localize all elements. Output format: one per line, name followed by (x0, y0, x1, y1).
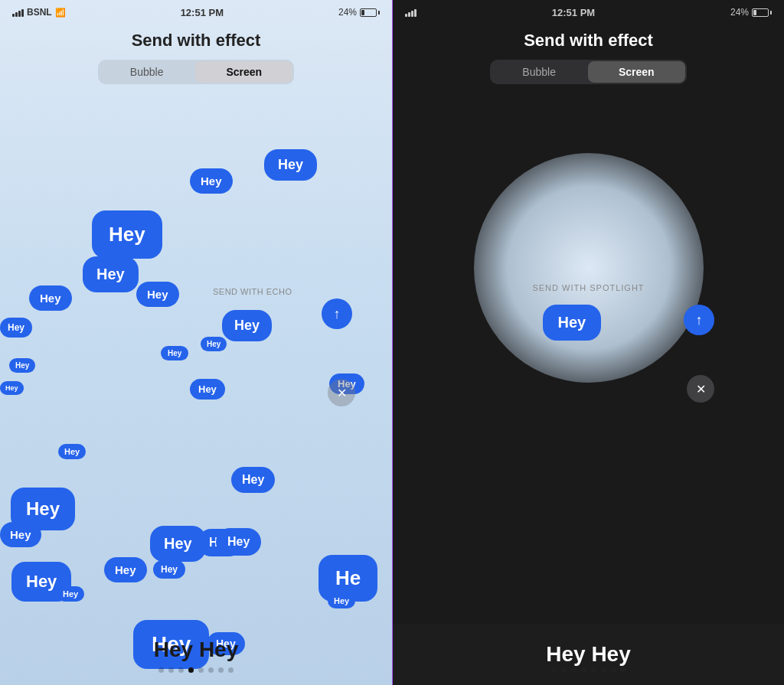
left-hey-hey-area: Hey Hey (0, 638, 392, 662)
bubble-hey-10: Hey (161, 346, 188, 360)
right-status-left (405, 8, 416, 17)
left-page-dots (0, 667, 392, 673)
right-status-right: 24% (730, 7, 772, 18)
bubble-hey-25: Hey (57, 586, 84, 602)
left-battery-pct: 24% (338, 7, 357, 18)
right-preview-area: Hey Hey (393, 624, 784, 685)
right-title: Send with effect (393, 24, 784, 60)
right-signal-icon (405, 8, 416, 17)
bubble-hey-23: Hey (104, 557, 147, 582)
bubble-hey-14: Hey (0, 381, 24, 395)
dot-3[interactable] (178, 667, 184, 673)
right-effect-label: SEND WITH SPOTLIGHT (532, 283, 644, 292)
spotlight-bubble-area: Hey (543, 305, 602, 341)
bubble-hey-6: Hey (136, 282, 179, 307)
right-status-bar: 12:51 PM 24% (393, 0, 784, 24)
bubble-hey-5: Hey (29, 285, 72, 311)
bubble-hey-8: Hey (0, 318, 32, 338)
right-battery-pct: 24% (730, 7, 749, 18)
left-tabs-container: Bubble Screen (0, 60, 392, 84)
left-tab-bubble[interactable]: Bubble (100, 61, 194, 83)
left-tabs: Bubble Screen (98, 60, 294, 84)
left-status-bar: BSNL 📶 12:51 PM 24% (0, 0, 392, 24)
dot-4[interactable] (188, 667, 194, 673)
right-tabs-container: Bubble Screen (393, 60, 784, 84)
right-tab-bubble[interactable]: Bubble (492, 61, 586, 83)
right-send-button[interactable] (684, 305, 714, 335)
right-close-button[interactable]: ✕ (687, 375, 714, 403)
bubble-hey-7: Hey (222, 310, 272, 341)
right-panel: 12:51 PM 24% Send with effect Bubble Scr… (392, 0, 784, 685)
wifi-icon: 📶 (55, 8, 66, 18)
bubble-hey-2: Hey (264, 149, 317, 181)
bubble-hey-24: Hey (153, 560, 185, 579)
spotlight-bubble: Hey (543, 305, 602, 341)
dot-5[interactable] (198, 667, 204, 673)
dot-1[interactable] (158, 667, 164, 673)
left-battery-icon (360, 8, 380, 17)
signal-icon (12, 8, 24, 17)
right-tab-screen[interactable]: Screen (588, 61, 685, 83)
dot-6[interactable] (208, 667, 214, 673)
send-button[interactable] (322, 298, 352, 329)
spotlight-circle (474, 153, 704, 383)
carrier-label: BSNL (27, 7, 52, 18)
dot-2[interactable] (168, 667, 174, 673)
bubble-hey-4: Hey (83, 256, 139, 292)
right-tabs: Bubble Screen (490, 60, 686, 84)
bubble-hey-3: Hey (92, 210, 162, 259)
left-title: Send with effect (0, 24, 392, 60)
left-status-right: 24% (338, 7, 380, 18)
bubble-hey-28: Hey (328, 593, 355, 608)
bubble-hey-21: Hey (216, 528, 261, 556)
bubble-hey-18: Hey (0, 522, 41, 547)
bubble-field: Hey Hey Hey Hey Hey Hey Hey Hey Hey Hey … (0, 92, 392, 639)
left-time: 12:51 PM (181, 7, 224, 18)
right-time: 12:51 PM (552, 7, 595, 18)
close-button[interactable]: ✕ (328, 379, 355, 406)
right-hey-hey-text: Hey Hey (546, 642, 631, 667)
bubble-hey-13: Hey (9, 358, 35, 373)
dot-8[interactable] (228, 667, 234, 673)
bubble-hey-1: Hey (190, 168, 233, 194)
bubble-hey-9: Hey (201, 337, 227, 351)
left-status-left: BSNL 📶 (12, 7, 66, 18)
bubble-hey-16: Hey (231, 467, 275, 493)
dot-7[interactable] (218, 667, 224, 673)
bubble-hey-12: Hey (190, 379, 225, 400)
left-panel: BSNL 📶 12:51 PM 24% Send with effect Bub… (0, 0, 392, 685)
left-effect-label: SEND WITH ECHO (213, 287, 292, 296)
left-tab-screen[interactable]: Screen (195, 61, 292, 83)
bubble-hey-15: Hey (58, 444, 86, 459)
left-hey-hey-text: Hey Hey (154, 638, 239, 661)
right-battery-icon (752, 8, 772, 17)
